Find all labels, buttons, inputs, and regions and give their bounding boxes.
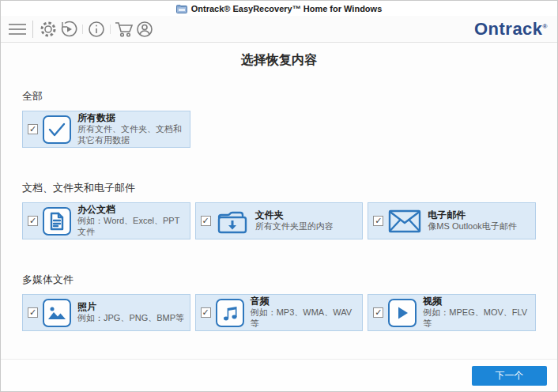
section-all: 全部 ✓ 所有数据 所有文件、文件夹、文档和其它有用数据	[22, 89, 536, 148]
card-photos[interactable]: ✓ 照片 例如：JPG、PNG、BMP等	[22, 294, 190, 331]
menu-icon[interactable]	[7, 19, 28, 40]
info-icon[interactable]	[86, 19, 107, 40]
card-title: 电子邮件	[428, 209, 516, 221]
checkbox[interactable]: ✓	[201, 216, 211, 226]
checkbox[interactable]: ✓	[28, 216, 38, 226]
section-label: 文档、文件夹和电子邮件	[22, 181, 536, 195]
card-desc: 所有文件夹里的内容	[255, 221, 334, 232]
toolbar-separator	[110, 24, 111, 34]
shop-cart-icon[interactable]	[114, 19, 134, 40]
card-desc: 例如：MP3、WMA、WAV等	[251, 307, 358, 330]
card-audio[interactable]: ✓ 音频 例如：MP3、WMA、WAV等	[195, 294, 364, 331]
card-title: 所有数据	[77, 112, 185, 124]
video-icon	[388, 299, 417, 327]
card-title: 视频	[423, 296, 530, 307]
section-label: 全部	[22, 89, 536, 104]
checkbox[interactable]: ✓	[201, 307, 211, 318]
checkbox[interactable]: ✓	[28, 124, 38, 134]
folder-icon	[216, 207, 249, 236]
card-desc: 例如：MPEG、MOV、FLV等	[423, 307, 530, 330]
app-icon	[176, 4, 187, 13]
all-data-check-icon	[43, 115, 71, 144]
card-desc: 例如：Word、Excel、PPT文件	[77, 216, 185, 238]
office-document-icon	[43, 207, 71, 236]
card-desc: 所有文件、文件夹、文档和其它有用数据	[77, 124, 185, 146]
titlebar: Ontrack® EasyRecovery™ Home for Windows	[1, 1, 557, 16]
card-folders[interactable]: ✓ 文件夹 所有文件夹里的内容	[195, 202, 364, 239]
email-icon	[388, 207, 421, 236]
next-button[interactable]: 下一个	[472, 366, 547, 386]
main-content: 选择恢复内容 全部 ✓ 所有数据 所有文件、文件夹、文档和其它有用数据	[1, 52, 557, 331]
card-title: 办公文档	[77, 204, 185, 216]
app-window: Ontrack® EasyRecovery™ Home for Windows	[0, 0, 558, 392]
ontrack-logo: Ontrack®	[474, 21, 548, 38]
section-documents: 文档、文件夹和电子邮件 ✓ 办公文档	[22, 181, 536, 239]
card-title: 音频	[251, 296, 358, 307]
card-desc: 像MS Outlook电子邮件	[428, 221, 516, 232]
section-label: 多媒体文件	[22, 273, 536, 287]
checkbox[interactable]: ✓	[373, 216, 383, 226]
window-title: Ontrack® EasyRecovery™ Home for Windows	[191, 4, 383, 13]
card-video[interactable]: ✓ 视频 例如：MPEG、MOV、FLV等	[368, 294, 536, 331]
page-title: 选择恢复内容	[22, 52, 536, 69]
card-desc: 例如：JPG、PNG、BMP等	[77, 313, 184, 324]
card-email[interactable]: ✓ 电子邮件 像MS Outlook电子邮件	[368, 202, 536, 239]
logo-registered-mark: ®	[543, 22, 548, 29]
photo-icon	[43, 299, 71, 327]
resume-recovery-icon[interactable]	[58, 19, 79, 40]
checkbox[interactable]: ✓	[373, 307, 383, 318]
card-title: 照片	[77, 301, 184, 313]
card-title: 文件夹	[255, 209, 334, 221]
card-all-data[interactable]: ✓ 所有数据 所有文件、文件夹、文档和其它有用数据	[22, 111, 190, 148]
audio-icon	[216, 299, 244, 327]
settings-gear-icon[interactable]	[38, 19, 58, 40]
account-icon[interactable]	[134, 19, 155, 40]
checkbox[interactable]: ✓	[28, 307, 38, 318]
section-multimedia: 多媒体文件 ✓ 照片 例如：JPG、PNG、BMP等	[22, 273, 536, 331]
card-office-documents[interactable]: ✓ 办公文档 例如：Word、Excel、PPT文件	[22, 202, 190, 239]
toolbar-separator	[32, 21, 33, 38]
footer-bar: 下一个	[1, 359, 557, 391]
toolbar-separator	[82, 24, 83, 34]
toolbar: Ontrack®	[1, 16, 557, 43]
